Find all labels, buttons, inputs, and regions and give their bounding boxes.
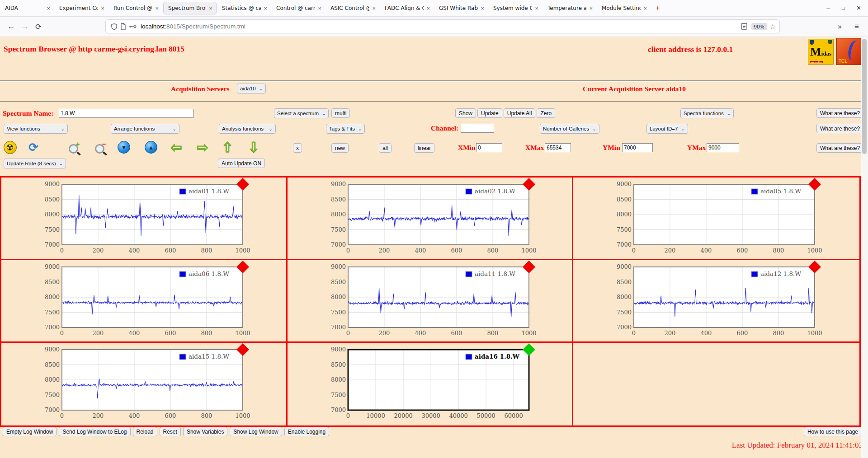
linear-button[interactable]: linear [414,143,434,153]
overflow-menu-icon[interactable]: » [838,23,842,31]
zoom-out-icon[interactable]: − [92,141,107,156]
chart-aida16[interactable]: 7000750080008500900001000020000300004000… [329,343,546,425]
spectra-functions-dropdown[interactable]: Spectra functions⌄ [680,108,734,118]
acquisition-server-select[interactable]: aida10⌄ [237,84,266,93]
layout-id-dropdown[interactable]: Layout ID=7⌄ [646,124,688,134]
tab-close-icon[interactable]: × [642,5,648,12]
how-to-use-button[interactable]: How to use this page [804,427,862,436]
tags-fits-dropdown[interactable]: Tags & Fits⌄ [326,124,365,134]
ymax-input[interactable] [707,143,739,152]
chart-aida02[interactable]: 7000750080008500900002004006008001000aid… [329,178,546,259]
ymin-input[interactable] [622,143,653,152]
chart-aida01[interactable]: 7000750080008500900002004006008001000aid… [43,178,260,259]
view-functions-dropdown[interactable]: View functions⌄ [4,124,68,134]
what-are-these-button-2[interactable]: What are these? [816,124,863,133]
tab-close-icon[interactable]: × [263,5,268,12]
browser-tab[interactable]: Spectrum Brows× [163,2,217,14]
browser-tab[interactable]: ASIC Control @ c× [326,2,379,14]
tab-close-icon[interactable]: × [317,5,322,12]
browser-tab[interactable]: Temperature and× [543,2,596,14]
midas-logo[interactable]: Midas powered by [808,39,834,65]
arrange-functions-dropdown[interactable]: Arrange functions⌄ [111,124,179,134]
tab-close-icon[interactable]: × [154,5,160,12]
xmin-input[interactable] [476,143,502,152]
reload-icon[interactable]: ⟳ [32,22,45,32]
scrollbar-thumb[interactable] [862,39,867,154]
tab-close-icon[interactable]: × [534,5,539,12]
footer-button-send-log-window-to-elog[interactable]: Send Log Window to ELog [59,427,130,436]
zero-button[interactable]: Zero [537,108,555,118]
window-minimize-icon[interactable]: – [826,5,830,12]
tab-close-icon[interactable]: × [46,5,51,12]
gallery-cell-aida11[interactable]: 7000750080008500900002004006008001000aid… [288,260,574,343]
chart-aida11[interactable]: 7000750080008500900002004006008001000aid… [329,261,546,342]
channel-input[interactable] [461,124,494,133]
chart-aida06[interactable]: 7000750080008500900002004006008001000aid… [43,261,260,342]
footer-button-enable-logging[interactable]: Enable Logging [284,427,329,436]
gallery-cell-aida02[interactable]: 7000750080008500900002004006008001000aid… [288,178,574,260]
update-all-button[interactable]: Update All [504,108,536,118]
gallery-cell-aida06[interactable]: 7000750080008500900002004006008001000aid… [1,260,288,343]
chart-aida15[interactable]: 7000750080008500900002004006008001000aid… [43,343,260,425]
window-maximize-icon[interactable]: □ [842,5,845,11]
tab-close-icon[interactable]: × [588,5,594,12]
gallery-cell-aida05[interactable]: 7000750080008500900002004006008001000aid… [573,178,859,260]
browser-tab[interactable]: GSI White Rabbit× [434,2,488,14]
browser-tab[interactable]: Control @ carme× [272,2,325,14]
page-scrollbar[interactable] [861,37,868,458]
tab-close-icon[interactable]: × [425,5,431,12]
spectrum-name-input[interactable] [59,109,193,118]
update-rate-dropdown[interactable]: Update Rate (8 secs)⌄ [4,159,66,168]
browser-tab[interactable]: Run Control @ ca× [109,2,162,14]
new-tab-button[interactable]: + [651,3,665,14]
all-button[interactable]: all [379,143,392,153]
tab-close-icon[interactable]: × [208,5,213,12]
bookmark-star-icon[interactable]: ☆ [770,23,776,31]
tab-close-icon[interactable]: × [100,5,105,12]
gallery-cell-aida01[interactable]: 7000750080008500900002004006008001000aid… [1,178,288,260]
x-axis-button[interactable]: x [293,143,302,153]
gallery-cell-aida12[interactable]: 7000750080008500900002004006008001000aid… [573,260,859,343]
auto-update-button[interactable]: Auto Update ON [218,159,265,168]
show-button[interactable]: Show [455,108,476,118]
footer-button-show-variables[interactable]: Show Variables [183,427,228,436]
back-icon[interactable]: ← [5,22,18,31]
browser-tab[interactable]: Module Settings× [597,2,651,14]
gallery-cell-aida16[interactable]: 7000750080008500900001000020000300004000… [288,343,574,425]
shield-icon[interactable] [111,23,118,30]
gallery-cell-aida15[interactable]: 7000750080008500900002004006008001000aid… [1,343,288,425]
window-close-icon[interactable]: × [857,4,861,12]
pan-up-icon[interactable]: ⇧ [220,140,235,154]
pan-left-icon[interactable]: ⇦ [169,140,184,154]
multi-button[interactable]: multi [331,108,350,118]
forward-icon[interactable]: → [18,22,32,31]
hamburger-menu-icon[interactable]: ≡ [854,22,859,31]
chart-aida05[interactable]: 7000750080008500900002004006008001000aid… [615,178,832,259]
url-bar[interactable]: localhost:8015/Spectrum/Spectrum.tml 90%… [105,19,780,33]
refresh-icon[interactable]: ⟳ [26,140,41,154]
footer-button-empty-log-window[interactable]: Empty Log Window [3,427,57,436]
reader-view-icon[interactable] [741,23,747,30]
expand-y-icon[interactable]: ▲ [144,140,158,154]
what-are-these-button-3[interactable]: What are these? [816,143,863,153]
pan-down-icon[interactable]: ⇩ [246,140,261,154]
browser-tab[interactable]: FADC Align & Co× [380,2,434,14]
footer-button-show-log-window[interactable]: Show Log Window [230,427,282,436]
chart-aida12[interactable]: 7000750080008500900002004006008001000aid… [615,261,832,342]
permissions-icon[interactable] [129,24,137,29]
browser-tab[interactable]: AIDA× [0,2,54,14]
update-button[interactable]: Update [477,108,502,118]
new-button[interactable]: new [331,143,349,153]
analysis-functions-dropdown[interactable]: Analysis functions⌄ [219,124,276,134]
tab-close-icon[interactable]: × [371,5,377,12]
select-spectrum-dropdown[interactable]: Select a spectrum⌄ [274,108,329,118]
browser-tab[interactable]: Statistics @ carm× [217,2,271,14]
zoom-in-icon[interactable]: + [66,141,80,156]
browser-tab[interactable]: Experiment Contr× [55,2,108,14]
xmax-input[interactable] [545,143,571,152]
tab-close-icon[interactable]: × [480,5,485,12]
browser-tab[interactable]: System wide Che× [489,2,542,14]
what-are-these-button-1[interactable]: What are these? [816,108,863,118]
radiation-icon[interactable]: ☢ [3,140,17,154]
number-of-galleries-dropdown[interactable]: Number of Galleries⌄ [540,124,599,134]
